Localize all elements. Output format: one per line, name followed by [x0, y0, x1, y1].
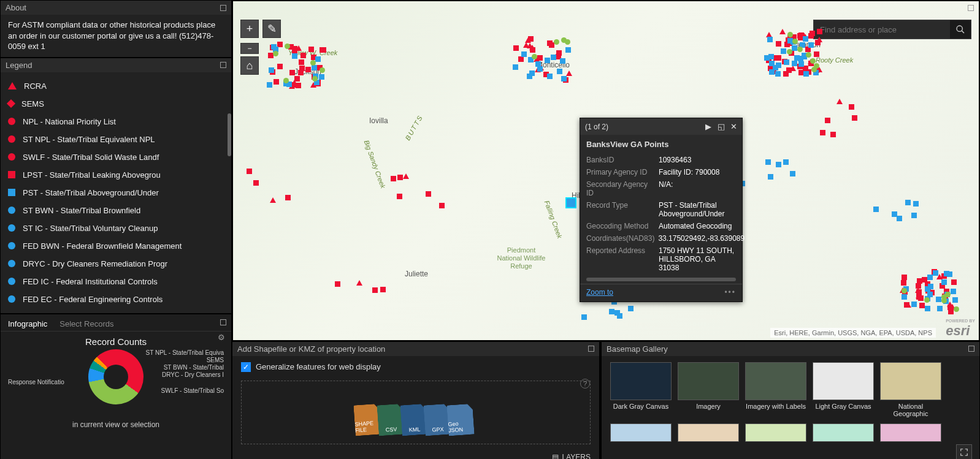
map-point[interactable] [273, 51, 278, 56]
map-point[interactable] [319, 74, 324, 80]
map-point[interactable] [928, 284, 933, 289]
map-point[interactable] [905, 200, 911, 205]
map-point[interactable] [836, 99, 843, 104]
map-point[interactable] [901, 280, 906, 286]
map-point[interactable] [294, 76, 300, 82]
map-point[interactable] [403, 173, 409, 179]
map-point[interactable] [768, 174, 773, 180]
help-icon[interactable]: ? [580, 379, 590, 389]
basemap-item[interactable]: Dark Gray Canvas [610, 362, 672, 417]
map-point[interactable] [530, 47, 535, 53]
map-point[interactable] [565, 39, 570, 45]
map-point[interactable] [292, 53, 297, 59]
map-point[interactable] [535, 61, 541, 67]
map-point[interactable] [792, 39, 798, 44]
map-point[interactable] [892, 211, 897, 217]
map-point[interactable] [787, 49, 792, 55]
map-point[interactable] [537, 66, 543, 72]
map-point[interactable] [911, 213, 917, 218]
map-point[interactable] [335, 281, 340, 287]
map-point[interactable] [808, 42, 814, 48]
map-point[interactable] [628, 306, 634, 311]
map-point[interactable] [356, 280, 362, 286]
map-point[interactable] [380, 287, 386, 292]
map-point[interactable] [247, 169, 252, 174]
map-point[interactable] [919, 303, 925, 308]
tab-select-records[interactable]: Select Records [59, 319, 113, 328]
map-point[interactable] [797, 47, 803, 52]
map-point[interactable] [513, 64, 518, 70]
map-point[interactable] [806, 52, 811, 58]
layers-button[interactable]: ▤ LAYERS [552, 453, 591, 459]
map-point[interactable] [951, 289, 956, 294]
map-point[interactable] [830, 132, 836, 137]
edit-button[interactable]: ✎ [262, 20, 281, 38]
map-point[interactable] [320, 67, 325, 73]
map-point[interactable] [513, 45, 519, 51]
map-point[interactable] [285, 44, 290, 49]
map-point[interactable] [948, 309, 954, 314]
map-point[interactable] [814, 51, 819, 57]
map-point[interactable] [775, 71, 781, 77]
selected-point[interactable] [567, 199, 575, 207]
more-actions-icon[interactable]: ••• [724, 288, 736, 297]
maximize-icon[interactable] [220, 62, 226, 68]
map-point[interactable] [551, 55, 556, 60]
map-point[interactable] [776, 41, 781, 47]
basemap-item[interactable] [610, 423, 672, 444]
close-icon[interactable]: ✕ [730, 122, 737, 131]
maximize-icon[interactable] [220, 5, 226, 11]
map-point[interactable] [527, 74, 532, 79]
map-point[interactable] [945, 292, 951, 297]
map-point[interactable] [784, 59, 789, 65]
map-point[interactable] [581, 314, 587, 320]
map-point[interactable] [521, 51, 527, 57]
scrollbar[interactable] [228, 113, 231, 156]
dock-icon[interactable]: ◱ [718, 122, 725, 131]
map-point[interactable] [397, 194, 402, 199]
map-point[interactable] [320, 47, 325, 53]
map-point[interactable] [781, 48, 786, 54]
next-icon[interactable]: ▶ [705, 122, 711, 131]
map-point[interactable] [790, 171, 795, 176]
map-point[interactable] [308, 47, 314, 52]
map-point[interactable] [820, 130, 825, 135]
basemap-item[interactable] [880, 423, 941, 444]
map-point[interactable] [911, 302, 917, 307]
map-point[interactable] [783, 159, 789, 165]
map-point[interactable] [897, 216, 902, 221]
map-point[interactable] [783, 71, 789, 77]
tab-infographic[interactable]: Infographic [8, 319, 47, 328]
map-point[interactable] [937, 306, 943, 311]
map-point[interactable] [917, 278, 922, 284]
map-point[interactable] [556, 50, 562, 56]
map-point[interactable] [767, 37, 773, 42]
map-point[interactable] [952, 297, 958, 303]
map-point[interactable] [941, 279, 947, 285]
map-point[interactable] [277, 64, 283, 69]
map-point[interactable] [312, 65, 317, 70]
map-point[interactable] [301, 53, 306, 58]
map-point[interactable] [817, 29, 822, 34]
map-point[interactable] [798, 61, 804, 67]
map-point[interactable] [267, 82, 272, 88]
maximize-icon[interactable] [968, 5, 974, 11]
map-point[interactable] [849, 104, 854, 110]
map-point[interactable] [547, 74, 553, 79]
map-point[interactable] [776, 162, 781, 167]
map-point[interactable] [372, 287, 378, 293]
map-point[interactable] [269, 67, 274, 73]
map-point[interactable] [803, 71, 809, 77]
zoom-in-button[interactable]: + [240, 20, 259, 38]
map-point[interactable] [927, 275, 933, 280]
map-point[interactable] [439, 203, 445, 208]
map-point[interactable] [617, 313, 622, 319]
map-point[interactable] [285, 195, 291, 200]
map[interactable]: + ✎ − ⌂ Jackson Monticello Hill Eatonton… [232, 0, 980, 341]
map-point[interactable] [566, 70, 572, 76]
map-point[interactable] [852, 115, 857, 121]
basemap-item[interactable]: Imagery with Labels [745, 362, 806, 417]
donut-chart[interactable] [88, 349, 144, 404]
map-point[interactable] [904, 302, 909, 308]
map-point[interactable] [426, 191, 431, 197]
